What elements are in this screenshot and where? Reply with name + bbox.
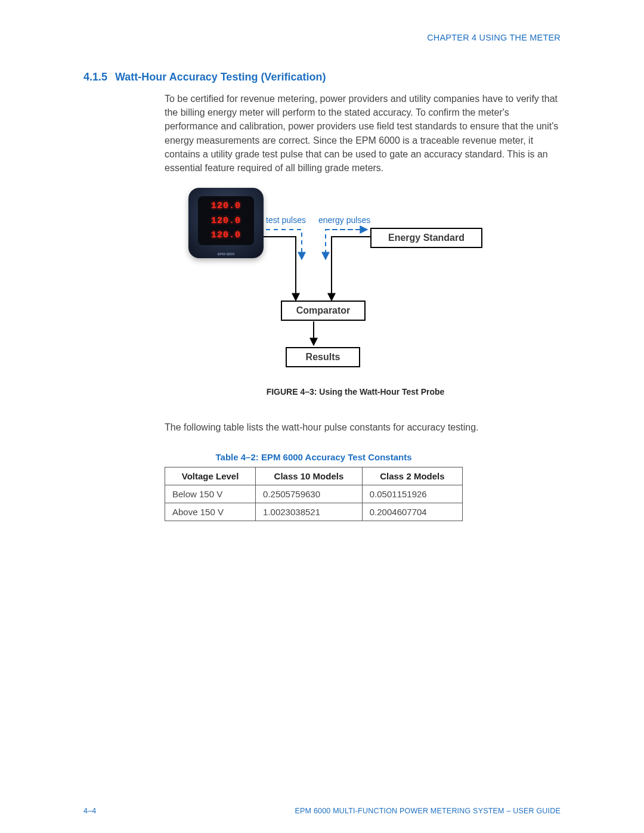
section-title: Watt-Hour Accuracy Testing (Verification…: [115, 71, 326, 83]
paragraph-table-intro: The following table lists the watt-hour …: [165, 420, 561, 434]
diagram-arrows: [188, 188, 499, 379]
table-cell: 0.2004607704: [362, 503, 462, 521]
table-cell: 1.0023038521: [256, 503, 363, 521]
accuracy-constants-table: Voltage Level Class 10 Models Class 2 Mo…: [165, 467, 463, 521]
table-header: Class 2 Models: [362, 467, 462, 485]
section-heading: 4.1.5 Watt-Hour Accuracy Testing (Verifi…: [83, 71, 561, 83]
chapter-header: CHAPTER 4 USING THE METER: [83, 33, 561, 42]
figure-caption: FIGURE 4–3: Using the Watt-Hour Test Pro…: [165, 387, 546, 397]
section-number: 4.1.5: [83, 71, 112, 83]
table-title: Table 4–2: EPM 6000 Accuracy Test Consta…: [165, 452, 463, 462]
table-header-row: Voltage Level Class 10 Models Class 2 Mo…: [165, 467, 463, 485]
table-cell: 0.0501151926: [362, 485, 462, 503]
table-row: Above 150 V 1.0023038521 0.2004607704: [165, 503, 463, 521]
table-cell: Below 150 V: [165, 485, 256, 503]
paragraph-intro: To be certified for revenue metering, po…: [165, 92, 561, 175]
doc-title: EPM 6000 MULTI-FUNCTION POWER METERING S…: [295, 807, 561, 815]
page-footer: 4–4 EPM 6000 MULTI-FUNCTION POWER METERI…: [83, 807, 561, 815]
figure-diagram: 120.0 120.0 120.0 EPM 6000 test pulses e…: [165, 188, 546, 379]
page-number: 4–4: [83, 807, 96, 815]
table-header: Class 10 Models: [256, 467, 363, 485]
table-cell: 0.2505759630: [256, 485, 363, 503]
table-cell: Above 150 V: [165, 503, 256, 521]
table-row: Below 150 V 0.2505759630 0.0501151926: [165, 485, 463, 503]
table-header: Voltage Level: [165, 467, 256, 485]
